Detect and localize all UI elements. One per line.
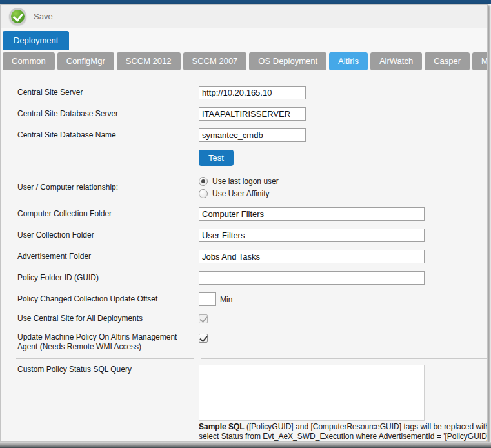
tab-sccm-2007[interactable]: SCCM 2007 — [183, 52, 247, 70]
custom-policy-sql-label: Custom Policy Status SQL Query — [17, 365, 199, 374]
policy-changed-offset-label: Policy Changed Collection Update Offset — [17, 294, 199, 304]
sample-sql-help-text: Sample SQL ([PolicyGUID] and [ComputerRe… — [199, 422, 487, 442]
form-content: Central Site Server Central Site Databas… — [1, 70, 487, 442]
advertisement-folder-input[interactable] — [199, 250, 425, 263]
settings-panel: Save Deployment Common ConfigMgr SCCM 20… — [0, 4, 488, 442]
tab-common[interactable]: Common — [3, 52, 55, 70]
tab-altiris[interactable]: Altiris — [329, 52, 368, 70]
central-site-database-name-label: Central Site Database Name — [17, 130, 199, 140]
central-site-server-label: Central Site Server — [17, 88, 199, 97]
tab-area: Deployment Common ConfigMgr SCCM 2012 SC… — [1, 28, 487, 70]
custom-policy-sql-textarea[interactable] — [199, 365, 425, 421]
central-site-server-input[interactable] — [199, 86, 306, 99]
use-central-site-checkbox — [199, 314, 208, 323]
user-computer-relationship-label: User / Computer relationship: — [17, 183, 199, 192]
sample-sql-query: select Status from Evt_AeX_SWD_Execution… — [199, 432, 487, 442]
bottom-shadow-bar — [0, 442, 491, 448]
radio-use-last-logon-user[interactable]: Use last logon user — [199, 177, 279, 186]
radio-use-user-affinity[interactable]: Use User Affinity — [199, 189, 279, 198]
computer-collection-folder-input[interactable] — [199, 207, 425, 221]
central-site-database-server-label: Central Site Database Server — [17, 109, 199, 119]
tab-os-deployment[interactable]: OS Deployment — [249, 52, 326, 70]
user-collection-folder-input[interactable] — [199, 229, 425, 242]
central-site-database-server-input[interactable] — [199, 107, 306, 121]
update-machine-policy-label: Update Machine Policy On Altiris Managem… — [17, 332, 199, 352]
toolbar: Save — [1, 5, 487, 28]
computer-collection-folder-label: Computer Collection Folder — [17, 209, 199, 219]
central-site-database-name-input[interactable] — [199, 128, 306, 142]
update-machine-policy-checkbox[interactable] — [199, 334, 208, 343]
radio-icon — [199, 189, 208, 198]
policy-changed-offset-input[interactable] — [199, 292, 216, 306]
policy-folder-id-label: Policy Folder ID (GUID) — [17, 273, 199, 283]
advertisement-folder-label: Advertisement Folder — [17, 252, 199, 261]
sub-tabs-row: Common ConfigMgr SCCM 2012 SCCM 2007 OS … — [3, 52, 487, 70]
user-collection-folder-label: User Collection Folder — [17, 230, 199, 240]
user-computer-relationship-group: Use last logon user Use User Affinity — [199, 177, 279, 198]
minutes-unit-label: Min — [220, 295, 232, 304]
save-check-icon — [11, 10, 25, 23]
sample-sql-bold: Sample SQL — [199, 422, 245, 431]
test-button[interactable]: Test — [199, 150, 234, 166]
save-button[interactable]: Save — [8, 7, 53, 26]
policy-folder-id-input[interactable] — [199, 271, 425, 285]
tab-configmgr[interactable]: ConfigMgr — [57, 52, 114, 70]
use-central-site-label: Use Central Site for All Deployments — [17, 314, 199, 323]
tab-airwatch[interactable]: AirWatch — [370, 52, 422, 70]
radio-icon — [199, 177, 208, 186]
tab-casper[interactable]: Casper — [425, 52, 470, 70]
tab-sccm-2012[interactable]: SCCM 2012 — [117, 52, 181, 70]
tab-mobileiron[interactable]: MobileIron — [472, 52, 488, 70]
tab-deployment[interactable]: Deployment — [3, 31, 69, 50]
save-button-label: Save — [34, 12, 53, 21]
section-divider — [16, 358, 487, 359]
